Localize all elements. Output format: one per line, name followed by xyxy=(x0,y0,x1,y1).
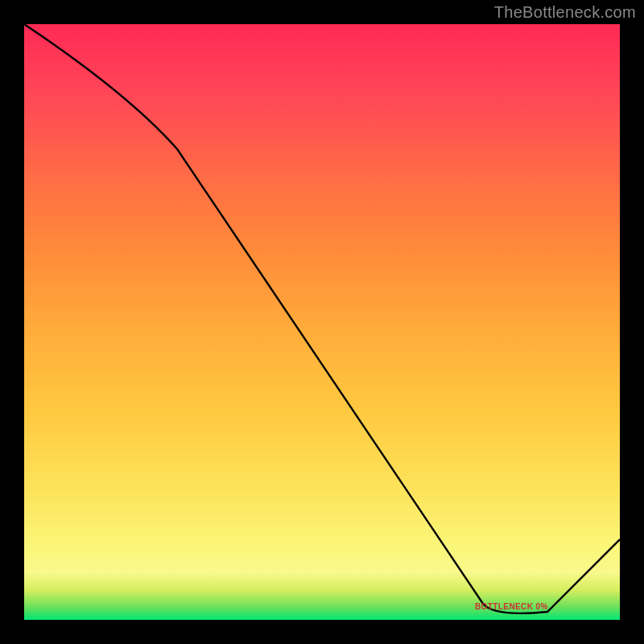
bottleneck-curve xyxy=(24,24,620,620)
bottleneck-marker-label: BOTTLENECK 0% xyxy=(475,602,548,611)
plot-area: BOTTLENECK 0% xyxy=(24,24,620,620)
watermark-text: TheBottleneck.com xyxy=(494,3,636,22)
chart-container: TheBottleneck.com BOTTLENECK 0% xyxy=(0,0,644,644)
curve-path xyxy=(24,24,620,613)
